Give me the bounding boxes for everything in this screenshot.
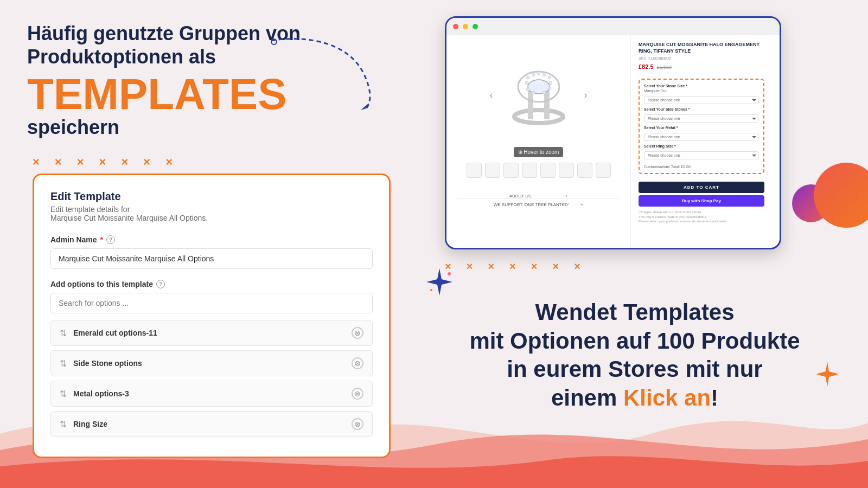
next-image-arrow[interactable]: › (584, 89, 588, 101)
admin-name-label: Admin Name * ? (50, 235, 373, 244)
bottom-line4: einem Klick an! (434, 384, 835, 413)
left-section: Häufig genutzte Gruppen von Produktoptio… (0, 0, 391, 488)
product-note1: (*Images shown with a 1.00ct centre ston… (639, 210, 764, 214)
option-row-ringsize: ⇅ Ring Size ⊗ (50, 411, 373, 437)
sparkle-right (814, 361, 841, 388)
cross-row-bottom-browser: × × × × × × × (445, 260, 580, 273)
metal-label: Select Your Metal * (644, 126, 759, 130)
headline-line3: speichern (27, 116, 363, 139)
svg-point-19 (526, 88, 529, 91)
thumbnail-row (467, 163, 611, 178)
option-row-emerald: ⇅ Emerald cut options-11 ⊗ (50, 320, 373, 346)
thumbnail-6[interactable] (559, 163, 574, 178)
stone-size-select[interactable]: Please choose one (644, 96, 759, 104)
stone-size-sub: Marquise Cut (644, 89, 759, 93)
svg-marker-23 (816, 362, 839, 387)
svg-point-22 (430, 289, 432, 291)
ring-svg (495, 57, 582, 133)
thumbnail-8[interactable] (596, 163, 611, 178)
option-label-emerald: Emerald cut options-11 (73, 329, 157, 337)
option-label-sidestone: Side Stone options (73, 359, 142, 368)
bottom-line2: mit Optionen auf 100 Produkte (434, 327, 835, 356)
klick-highlight: Klick an (623, 385, 711, 410)
options-box: Select Your Stone Size * Marquise Cut Pl… (639, 79, 764, 174)
options-search-input[interactable] (50, 293, 373, 313)
option-row-sidestone: ⇅ Side Stone options ⊗ (50, 350, 373, 376)
ring-size-select[interactable]: Please choose one (644, 151, 759, 159)
thumbnail-2[interactable] (485, 163, 500, 178)
svg-point-14 (548, 76, 551, 79)
thumbnail-5[interactable] (540, 163, 556, 178)
admin-name-info-icon[interactable]: ? (106, 235, 115, 244)
add-to-cart-button[interactable]: ADD TO CART (639, 182, 764, 193)
drag-icon-sidestone[interactable]: ⇅ (60, 358, 67, 369)
ring-image: ‹ (484, 46, 593, 144)
add-options-info-icon[interactable]: ? (156, 280, 165, 288)
right-section: ‹ (391, 0, 868, 488)
admin-name-input[interactable] (50, 248, 373, 269)
svg-point-21 (448, 272, 451, 275)
template-card: Edit Template Edit template details for … (33, 174, 391, 458)
option-row-metal: ⇅ Metal options-3 ⊗ (50, 381, 373, 407)
cross-pattern-top: × × × × × × × (33, 155, 363, 169)
browser-mockup: ‹ (445, 16, 781, 249)
browser-content: ‹ (446, 35, 780, 248)
option-label-ringsize: Ring Size (73, 420, 107, 428)
product-note3: Please select your preferred moissanite … (639, 219, 764, 223)
card-title: Edit Template (50, 190, 373, 203)
svg-point-18 (532, 91, 535, 94)
option-label-metal: Metal options-3 (73, 389, 129, 398)
drag-icon-emerald[interactable]: ⇅ (60, 328, 67, 338)
drag-icon-metal[interactable]: ⇅ (60, 389, 67, 399)
side-stones-label: Select Your Side Stones * (644, 107, 759, 111)
svg-point-6 (528, 80, 550, 94)
product-image-area: ‹ (446, 35, 631, 248)
zoom-button[interactable]: ⊕ Hover to zoom (514, 147, 564, 157)
product-note2: This ring is custom made to your specifi… (639, 215, 764, 219)
product-sku: SKU: FLMO8BEU5 (639, 56, 764, 60)
thumbnail-3[interactable] (503, 163, 519, 178)
svg-point-17 (542, 91, 546, 94)
browser-dot-maximize (473, 24, 478, 29)
thumbnail-7[interactable] (577, 163, 592, 178)
card-subtitle: Edit template details for Marquise Cut M… (50, 205, 373, 222)
bottom-text-block: Wendet Templates mit Optionen auf 100 Pr… (434, 298, 835, 412)
ring-size-label: Select Ring Size * (644, 144, 759, 148)
svg-point-13 (542, 73, 546, 76)
svg-point-16 (548, 87, 551, 90)
svg-point-10 (526, 76, 529, 79)
bottom-line3: in eurem Stores mit nur (434, 355, 835, 384)
side-stones-select[interactable]: Please choose one (644, 114, 759, 123)
product-options-area: MARQUISE CUT MOISSANITE HALO ENGAGEMENT … (631, 35, 772, 248)
remove-icon-ringsize[interactable]: ⊗ (352, 418, 363, 430)
remove-icon-sidestone[interactable]: ⊗ (352, 357, 363, 369)
svg-point-12 (537, 72, 540, 75)
drag-icon-ringsize[interactable]: ⇅ (60, 419, 67, 429)
shoppay-button[interactable]: Buy with Shop Pay (639, 195, 764, 207)
bottom-line1: Wendet Templates (434, 298, 835, 327)
product-title: MARQUISE CUT MOISSANITE HALO ENGAGEMENT … (639, 42, 764, 54)
thumbnail-4[interactable] (522, 163, 537, 178)
svg-point-15 (549, 81, 552, 85)
browser-dot-close (453, 24, 458, 29)
product-price-original: £1,650 (657, 65, 672, 70)
customization-total: Customisations Total: £0.00 (644, 165, 759, 169)
stone-size-label: Select Your Stone Size * (644, 84, 759, 88)
product-price: £82.5 (639, 63, 654, 70)
add-options-label: Add options to this template ? (50, 280, 373, 288)
prev-image-arrow[interactable]: ‹ (490, 89, 493, 101)
thumbnail-1[interactable] (467, 163, 482, 178)
remove-icon-metal[interactable]: ⊗ (352, 388, 363, 400)
sparkle-left (423, 266, 456, 298)
remove-icon-emerald[interactable]: ⊗ (352, 327, 363, 339)
svg-point-2 (514, 110, 563, 123)
browser-dot-minimize (463, 24, 468, 29)
dashed-arrow (260, 30, 380, 111)
svg-point-11 (532, 73, 535, 76)
svg-point-9 (525, 81, 528, 85)
browser-bar (446, 18, 780, 35)
metal-select[interactable]: Please choose one (644, 133, 759, 141)
